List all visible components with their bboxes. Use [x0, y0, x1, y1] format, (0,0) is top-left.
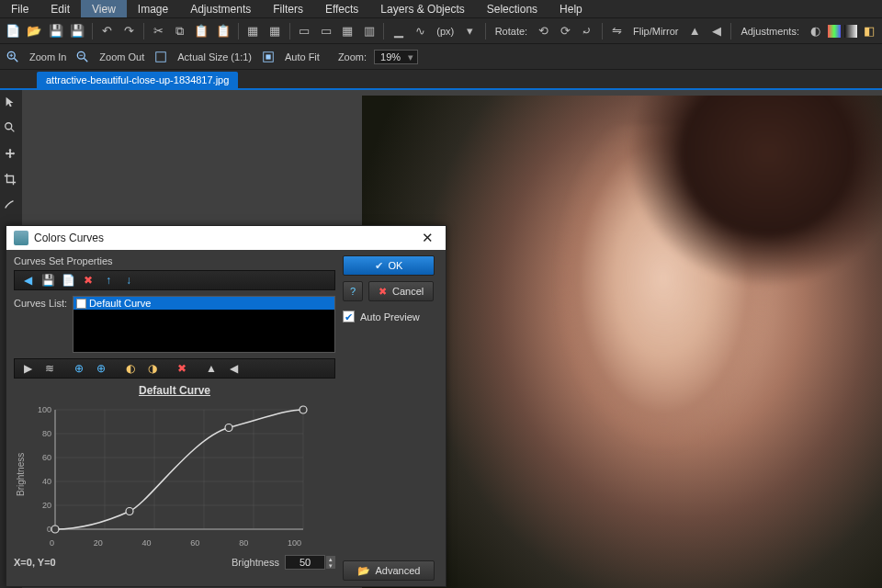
dialog-right-panel: ✔OK ? ✖Cancel ✔ Auto Preview 📂Advanced — [343, 255, 438, 586]
layout2-icon[interactable]: ▭ — [317, 22, 334, 40]
menu-effects[interactable]: Effects — [314, 0, 369, 17]
curve-nav-up-icon[interactable]: ⊕ — [94, 361, 108, 376]
undo-icon[interactable]: ↶ — [98, 22, 116, 40]
rotate-left-icon[interactable]: ⟲ — [535, 22, 552, 40]
document-tab[interactable]: attractive-beautiful-close-up-1834817.jp… — [37, 72, 238, 88]
dialog-titlebar[interactable]: Colors Curves ✕ — [6, 226, 446, 250]
curve-flip-h-icon[interactable]: ▲ — [204, 361, 219, 376]
redo-icon[interactable]: ↷ — [119, 22, 137, 40]
dropdown-icon[interactable]: ▾ — [461, 22, 479, 40]
menu-selections[interactable]: Selections — [476, 0, 548, 17]
menu-filters[interactable]: Filters — [262, 0, 314, 17]
grid2-icon[interactable]: ▦ — [266, 22, 283, 40]
menu-view[interactable]: View — [81, 0, 127, 17]
move-tool-icon[interactable] — [0, 143, 20, 164]
rotate-label: Rotate: — [492, 26, 531, 37]
spinner-down-icon[interactable]: ▾ — [326, 562, 335, 569]
brightness-input[interactable] — [285, 555, 325, 570]
curves-chart[interactable]: 0 20 40 60 80 100 — [28, 401, 303, 538]
curve-preset2-icon[interactable]: ◑ — [145, 361, 160, 376]
copy-icon[interactable]: ⧉ — [171, 22, 188, 40]
adj-levels-icon[interactable] — [844, 25, 857, 38]
rotate-right-icon[interactable]: ⟳ — [557, 22, 574, 40]
ok-button[interactable]: ✔OK — [343, 255, 435, 276]
auto-preview-checkbox[interactable]: ✔ — [343, 311, 355, 322]
zoom-in-icon[interactable] — [4, 48, 22, 66]
menu-image[interactable]: Image — [127, 0, 179, 17]
flip-v-icon[interactable]: ◀ — [707, 22, 725, 40]
move-down-icon[interactable]: ↓ — [121, 273, 136, 288]
curve-type2-icon[interactable]: ≋ — [42, 361, 57, 376]
zoom-select[interactable]: 19% — [374, 50, 418, 64]
cancel-button[interactable]: ✖Cancel — [368, 281, 434, 301]
new-set-icon[interactable]: 📄 — [61, 273, 75, 288]
cut-icon[interactable]: ✂ — [150, 22, 167, 40]
paste-special-icon[interactable]: 📋 — [214, 22, 232, 40]
layout4-icon[interactable]: ▥ — [360, 22, 378, 40]
advanced-button[interactable]: 📂Advanced — [343, 560, 435, 581]
help-button[interactable]: ? — [343, 281, 363, 301]
paste-icon[interactable]: 📋 — [193, 22, 210, 40]
actual-size-icon[interactable] — [152, 48, 170, 66]
curves-list-label: Curves List: — [14, 296, 67, 309]
curve-color-swatch — [76, 299, 86, 309]
spinner-up-icon[interactable]: ▴ — [326, 556, 335, 562]
adj-contrast-icon[interactable]: ◐ — [807, 22, 824, 40]
move-up-icon[interactable]: ↑ — [101, 273, 116, 288]
auto-fit-icon[interactable] — [259, 48, 277, 66]
actual-size-label[interactable]: Actual Size (1:1) — [174, 51, 255, 62]
pointer-tool-icon[interactable] — [0, 92, 20, 112]
open-folder-icon[interactable]: 📂 — [25, 22, 42, 40]
y-tick-1: 20 — [42, 501, 51, 510]
curve-flip-v-icon[interactable]: ◀ — [226, 361, 241, 376]
save-all-icon[interactable]: 💾 — [68, 22, 85, 40]
new-file-icon[interactable]: 📄 — [4, 22, 21, 40]
grid1-icon[interactable]: ▦ — [244, 22, 262, 40]
zoom-out-icon[interactable] — [74, 48, 92, 66]
back-icon[interactable]: ◀ — [20, 273, 35, 288]
close-icon[interactable]: ✕ — [416, 230, 438, 246]
folder-icon: 📂 — [357, 565, 370, 577]
curve-point-0[interactable] — [51, 526, 59, 533]
curve-edit-toolbar: ▶ ≋ ⊕ ⊕ ◐ ◑ ✖ ▲ ◀ — [14, 358, 335, 379]
document-tabbar: attractive-beautiful-close-up-1834817.jp… — [0, 70, 882, 90]
flip-h-icon[interactable]: ▲ — [685, 22, 703, 40]
auto-fit-label[interactable]: Auto Fit — [281, 51, 323, 62]
curve-point-2[interactable] — [225, 424, 232, 432]
histogram-icon[interactable]: ▁ — [390, 22, 407, 40]
layout1-icon[interactable]: ▭ — [296, 22, 313, 40]
curve-preset1-icon[interactable]: ◐ — [123, 361, 138, 376]
curves-set-toolbar: ◀ 💾 📄 ✖ ↑ ↓ — [14, 270, 335, 290]
curve-nav-right-icon[interactable]: ⊕ — [72, 361, 86, 376]
curves-listbox[interactable]: Default Curve — [73, 296, 335, 353]
colors-curves-dialog: Colors Curves ✕ Curves Set Properties ◀ … — [6, 225, 447, 587]
flip-label: Flip/Mirror — [629, 26, 683, 37]
curve-point-1[interactable] — [126, 508, 133, 515]
save-icon[interactable]: 💾 — [47, 22, 64, 40]
adj-gradient-icon[interactable] — [828, 25, 841, 38]
adj-hue-icon[interactable]: ◧ — [861, 22, 878, 40]
menu-adjustments[interactable]: Adjustments — [179, 0, 262, 17]
zoom-out-label[interactable]: Zoom Out — [96, 51, 148, 62]
curve-delete-point-icon[interactable]: ✖ — [175, 361, 189, 376]
curve-point-3[interactable] — [300, 406, 307, 413]
menu-layers-objects[interactable]: Layers & Objects — [369, 0, 475, 17]
svg-rect-9 — [266, 54, 270, 59]
zoom-in-label[interactable]: Zoom In — [26, 51, 70, 62]
layout3-icon[interactable]: ▦ — [338, 22, 356, 40]
menu-edit[interactable]: Edit — [40, 0, 81, 17]
brush-tool-icon[interactable] — [0, 195, 20, 215]
curve-type1-icon[interactable]: ▶ — [20, 361, 35, 376]
menu-help[interactable]: Help — [548, 0, 594, 17]
y-tick-3: 60 — [42, 453, 51, 462]
magnify-tool-icon[interactable] — [0, 118, 20, 138]
brightness-spinner[interactable]: ▴▾ — [326, 556, 335, 569]
flip-icon[interactable]: ⇋ — [608, 22, 626, 40]
menu-file[interactable]: File — [0, 0, 40, 17]
curve-tool-icon[interactable]: ∿ — [412, 22, 429, 40]
save-set-icon[interactable]: 💾 — [40, 273, 55, 288]
delete-set-icon[interactable]: ✖ — [81, 273, 96, 288]
curves-list-item-selected[interactable]: Default Curve — [74, 297, 334, 310]
crop-tool-icon[interactable] — [0, 169, 20, 189]
rotate-arb-icon[interactable]: ⤾ — [578, 22, 595, 40]
